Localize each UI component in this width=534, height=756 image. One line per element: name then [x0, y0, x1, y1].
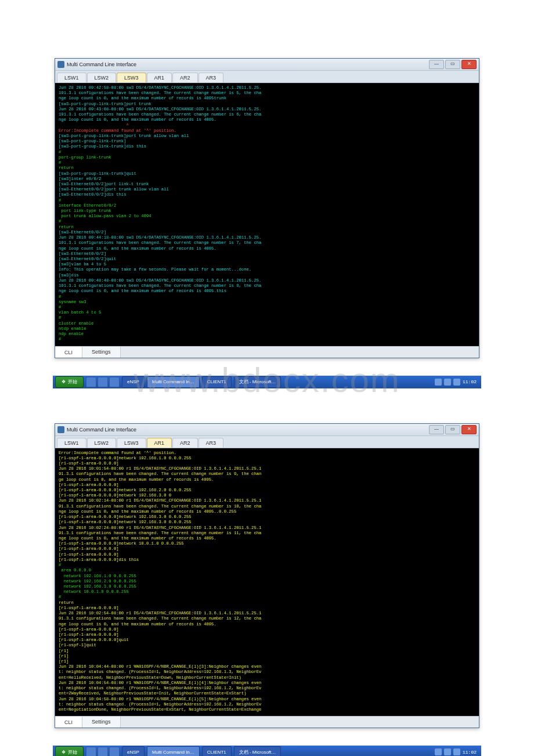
terminal-output[interactable]: Error:Incomplete command found at '^' po…: [55, 448, 479, 717]
terminal-line: #: [59, 198, 61, 203]
terminal-line: sysname sw3: [59, 300, 86, 304]
tray-icon[interactable]: [435, 379, 442, 386]
quicklaunch-icon[interactable]: [109, 377, 120, 387]
terminal-line: 91.3.1 configurations have been changed.…: [59, 531, 261, 535]
terminal-line: [sw3-port-group-link-trunk]dis this: [59, 144, 146, 149]
device-tab[interactable]: AR2: [172, 73, 198, 82]
terminal-line: nge loop count is 0, and the maximum num…: [59, 246, 217, 251]
taskbar-app-button[interactable]: CLIENT1: [202, 746, 232, 756]
terminal-line: [r1-ospf-1-area-0.0.0.0]dis this: [59, 557, 139, 562]
taskbar-app-button[interactable]: eNSP: [122, 746, 145, 756]
taskbar: ❖开始eNSPMulti Command In…CLIENT1文档 - Micr…: [53, 376, 481, 388]
tray-icon[interactable]: [444, 379, 451, 386]
taskbar-app-button[interactable]: CLIENT1: [202, 376, 232, 388]
taskbar: ❖开始eNSPMulti Command In…CLIENT1文档 - Micr…: [53, 746, 481, 756]
quicklaunch-icon[interactable]: [86, 747, 96, 756]
quicklaunch-icon[interactable]: [86, 377, 96, 387]
terminal-line: nge loop count is 0, and the maximum num…: [59, 536, 217, 541]
terminal-line: 191.3.1 configurations have been changed…: [59, 112, 261, 117]
terminal-line: ntdp enable: [59, 326, 86, 331]
minimize-button[interactable]: [429, 425, 444, 434]
app-icon: [57, 426, 64, 433]
bottom-tab[interactable]: CLI: [55, 347, 82, 358]
terminal-line: [sw3-Ethernet0/0/2]quit: [59, 257, 116, 261]
start-button[interactable]: ❖开始: [55, 376, 84, 388]
device-tab[interactable]: LSW2: [87, 73, 117, 82]
terminal-line: [r1]: [59, 654, 68, 658]
terminal-line: Jun 28 2016 09:44:18-08:00 sw3 DS/4/DATA…: [59, 235, 261, 240]
terminal-line: [r1]: [59, 649, 68, 653]
device-tab[interactable]: LSW1: [57, 73, 86, 82]
terminal-line: Jun 28 2016 10:02:54-08:00 r1 DS/4/DATAS…: [59, 611, 261, 615]
terminal-line: 191.3.1 configurations have been changed…: [59, 240, 261, 245]
terminal-line: ^: [59, 123, 129, 128]
terminal-line: nge loop count is 0, and the maximum num…: [59, 117, 217, 122]
device-tab[interactable]: AR3: [199, 73, 224, 82]
taskbar-app-button[interactable]: eNSP: [122, 376, 145, 388]
quicklaunch-icon[interactable]: [98, 747, 108, 756]
terminal-line: ent=NegotiationDone, NeighborPreviousSta…: [59, 707, 261, 712]
terminal-line: #: [59, 305, 61, 309]
terminal-line: #: [59, 150, 61, 154]
device-tab[interactable]: LSW3: [117, 73, 146, 82]
terminal-line: Jun 28 2016 10:01:54-08:00 r1 DS/4/DATAS…: [59, 466, 261, 471]
terminal-line: ent=2WayReceived, NeighborPreviousState=…: [59, 691, 247, 696]
maximize-button[interactable]: [445, 60, 460, 69]
terminal-line: ge loop count is 0, and the maximum numb…: [59, 477, 214, 482]
app-icon: [57, 61, 64, 68]
terminal-line: 91.3.1 configurations have been changed.…: [59, 504, 261, 509]
terminal-line: t: neighbor status changed. (ProcessId=1…: [59, 686, 261, 690]
device-tab[interactable]: LSW3: [117, 438, 146, 448]
device-tab[interactable]: AR2: [172, 438, 198, 448]
terminal-line: [sw3-Ethernet0/0/2]port trunk allow vlan…: [59, 187, 169, 192]
quicklaunch-icon[interactable]: [98, 377, 108, 387]
start-label: 开始: [68, 749, 77, 755]
quicklaunch-icon[interactable]: [109, 747, 120, 756]
taskbar-app-button[interactable]: Multi Command In…: [147, 746, 200, 756]
device-tab[interactable]: AR1: [147, 73, 172, 82]
terminal-line: [r1-ospf-1-area-0.0.0.0]: [59, 632, 119, 637]
terminal-line: t: neighbor status changed. (ProcessId=1…: [59, 702, 261, 707]
tray-icon[interactable]: [435, 748, 442, 755]
taskbar-app-button[interactable]: Multi Command In…: [147, 376, 200, 388]
bottom-tab[interactable]: Settings: [82, 347, 121, 358]
terminal-line: [sw3-Ethernet0/0/2]dis this: [59, 192, 126, 197]
terminal-line: [sw3-port-group-link-trunk]port trunk: [59, 102, 151, 106]
close-button[interactable]: [461, 425, 477, 434]
terminal-line: #: [59, 160, 61, 165]
tray-icon[interactable]: [444, 748, 451, 755]
terminal-line: cluster enable: [59, 321, 93, 326]
bottom-bar: CLISettings: [55, 716, 479, 728]
maximize-button[interactable]: [445, 425, 460, 434]
terminal-output[interactable]: Jun 28 2016 09:42:58-08:00 sw3 DS/4/DATA…: [55, 83, 479, 346]
terminal-line: Jun 28 2016 10:04:44-08:00 r1 %%01OSPF/4…: [59, 664, 261, 669]
device-tab[interactable]: LSW2: [87, 438, 117, 448]
taskbar-app-button[interactable]: 文档 - Microsoft…: [234, 376, 282, 388]
window-titlebar: Multi Command Line Interface: [55, 424, 479, 436]
terminal-line: [sw3-Ethernet0/0/2]: [59, 230, 106, 235]
minimize-button[interactable]: [429, 60, 444, 69]
bottom-tab[interactable]: CLI: [55, 717, 82, 728]
terminal-line: [r1-ospf-1-area-0.0.0.0]network 10.0.1.0…: [59, 541, 184, 546]
windows-logo-icon: ❖: [62, 750, 66, 755]
device-tab[interactable]: AR3: [199, 438, 224, 448]
terminal-line: [sw3]vlan ba 4 to 5: [59, 262, 106, 267]
bottom-tab[interactable]: Settings: [82, 717, 121, 728]
terminal-line: nge loop count is 0, and the maximum num…: [59, 289, 226, 293]
tray-icon[interactable]: [453, 748, 460, 755]
system-tray: 11:02: [432, 379, 479, 386]
terminal-line: [sw3]inter e0/0/2: [59, 177, 101, 181]
terminal-line: [r1-ospf-1-area-0.0.0.0]: [59, 483, 119, 487]
device-tab[interactable]: AR1: [147, 438, 172, 448]
start-label: 开始: [68, 379, 77, 385]
close-button[interactable]: [461, 60, 477, 69]
terminal-line: Jun 28 2016 09:42:58-08:00 sw3 DS/4/DATA…: [59, 85, 261, 90]
terminal-line: 91.3.1 configurations have been changed.…: [59, 616, 261, 621]
terminal-line: return: [59, 600, 74, 605]
device-tab[interactable]: LSW1: [57, 438, 86, 448]
terminal-line: [sw3]dis: [59, 273, 79, 278]
taskbar-app-button[interactable]: 文档 - Microsoft…: [234, 746, 282, 756]
start-button[interactable]: ❖开始: [55, 746, 84, 756]
terminal-line: #: [59, 595, 61, 599]
tray-icon[interactable]: [453, 379, 460, 386]
